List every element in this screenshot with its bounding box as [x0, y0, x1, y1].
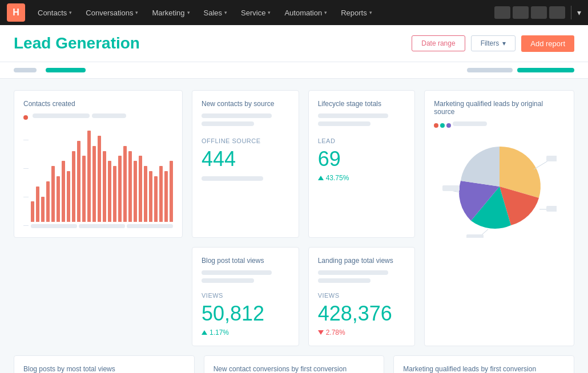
- landing-line2: [318, 278, 370, 283]
- lifecycle-value: 69: [318, 148, 406, 171]
- blog-change: 1.17%: [202, 329, 289, 336]
- lifecycle-title: Lifecycle stage totals: [318, 100, 406, 108]
- contacts-legend: [23, 113, 173, 121]
- date-range-button[interactable]: Date range: [412, 35, 465, 51]
- top-nav: H Contacts ▾ Conversations ▾ Marketing ▾…: [0, 0, 588, 25]
- pie-title: Marketing qualified leads by original so…: [434, 100, 565, 116]
- filters-button[interactable]: Filters ▾: [471, 35, 516, 51]
- nav-reports[interactable]: Reports ▾: [335, 6, 378, 19]
- new-contacts-line: [202, 113, 272, 118]
- pie-label-line: [453, 121, 487, 126]
- dashboard-grid: Contacts created — — — —: [14, 90, 574, 346]
- contacts-chevron-icon: ▾: [69, 10, 72, 15]
- marketing-chevron-icon: ▾: [187, 10, 190, 15]
- bar: [113, 166, 116, 222]
- lifecycle-card: Lifecycle stage totals LEAD 69 43.75%: [308, 90, 416, 238]
- contacts-line-2: [92, 113, 126, 118]
- pie-slice-paid: [461, 147, 500, 186]
- blog-value: 50,812: [202, 302, 289, 325]
- pie-label-box-4: [442, 185, 460, 191]
- pie-label-box-1: [546, 156, 557, 161]
- bar: [82, 156, 86, 222]
- new-contacts-line3: [202, 176, 263, 181]
- nav-sales[interactable]: Sales ▾: [198, 6, 233, 19]
- bar: [87, 131, 91, 222]
- new-contacts-title: New contacts by source: [202, 100, 289, 108]
- lifecycle-subtitle: LEAD: [318, 137, 406, 144]
- filter-right-group: [467, 68, 574, 72]
- new-contacts-line2: [202, 121, 254, 126]
- conversations-chevron-icon: ▾: [135, 10, 138, 15]
- nav-icon-1[interactable]: [494, 6, 510, 19]
- x-label-2: [79, 224, 125, 228]
- pie-chart-svg: [442, 135, 557, 238]
- blog-card: Blog post total views VIEWS 50,812 1.17%: [192, 247, 299, 346]
- landing-value: 428,376: [318, 302, 406, 325]
- y-label-bot: —: [23, 222, 29, 228]
- bar: [164, 171, 168, 222]
- nav-automation[interactable]: Automation ▾: [279, 6, 333, 19]
- landing-subtitle: VIEWS: [318, 292, 406, 299]
- y-label-mid1: —: [23, 194, 29, 200]
- nav-icon-group: [494, 6, 565, 19]
- bar: [170, 161, 173, 222]
- lifecycle-line: [318, 113, 388, 118]
- nav-marketing[interactable]: Marketing ▾: [146, 6, 195, 19]
- bar: [154, 176, 158, 222]
- bar: [46, 181, 50, 222]
- bar: [149, 171, 152, 222]
- contacts-line-1: [33, 113, 90, 118]
- landing-card: Landing page total views VIEWS 428,376 2…: [308, 247, 416, 346]
- bottom-card-conversions: New contact conversions by first convers…: [204, 355, 385, 373]
- contacts-card-title: Contacts created: [23, 100, 173, 108]
- nav-more-icon[interactable]: ▾: [577, 8, 581, 17]
- nav-icon-3[interactable]: [531, 6, 547, 19]
- bar: [118, 156, 122, 222]
- bar: [128, 151, 132, 222]
- blog-subtitle: VIEWS: [202, 292, 289, 299]
- lifecycle-change: 43.75%: [318, 174, 406, 182]
- filter-tag-gray: [14, 68, 37, 72]
- contacts-dot: [23, 115, 28, 120]
- x-label-1: [31, 224, 77, 228]
- nav-service[interactable]: Service ▾: [235, 6, 276, 19]
- pie-connector-1: [534, 161, 548, 169]
- bottom-grid: Blog posts by most total views New conta…: [14, 355, 574, 373]
- bar: [51, 166, 55, 222]
- filter-right-gray: [467, 68, 513, 72]
- bar: [159, 166, 163, 222]
- landing-line: [318, 270, 388, 275]
- automation-chevron-icon: ▾: [324, 10, 327, 15]
- nav-icon-4[interactable]: [549, 6, 565, 19]
- sales-chevron-icon: ▾: [224, 10, 227, 15]
- y-label-mid2: —: [23, 165, 29, 171]
- bar: [123, 146, 127, 222]
- pie-container: [434, 135, 565, 238]
- pie-dot-red: [434, 123, 438, 128]
- contacts-created-card: Contacts created — — — —: [14, 90, 183, 238]
- bar-chart: [31, 131, 173, 222]
- bar: [62, 161, 65, 222]
- hubspot-logo[interactable]: H: [7, 3, 25, 22]
- bar: [41, 197, 45, 222]
- x-label-3: [127, 224, 173, 228]
- nav-conversations[interactable]: Conversations ▾: [80, 6, 144, 19]
- bar: [98, 136, 101, 222]
- reports-chevron-icon: ▾: [369, 10, 372, 15]
- bar: [31, 201, 34, 222]
- nav-contacts[interactable]: Contacts ▾: [32, 6, 78, 19]
- nav-icon-2[interactable]: [513, 6, 529, 19]
- bottom-blog-title: Blog posts by most total views: [23, 365, 185, 373]
- service-chevron-icon: ▾: [268, 10, 271, 15]
- bar: [77, 141, 80, 222]
- pie-label-box-3: [466, 234, 484, 238]
- filter-tag-teal: [46, 68, 86, 72]
- bar: [134, 161, 137, 222]
- main-content: Contacts created — — — —: [0, 79, 588, 373]
- y-axis-labels: — — — —: [23, 137, 29, 228]
- bar: [67, 171, 70, 222]
- landing-change: 2.78%: [318, 329, 406, 336]
- add-report-button[interactable]: Add report: [521, 35, 574, 52]
- pie-dot-teal: [440, 123, 445, 128]
- bar-chart-area: [31, 124, 173, 228]
